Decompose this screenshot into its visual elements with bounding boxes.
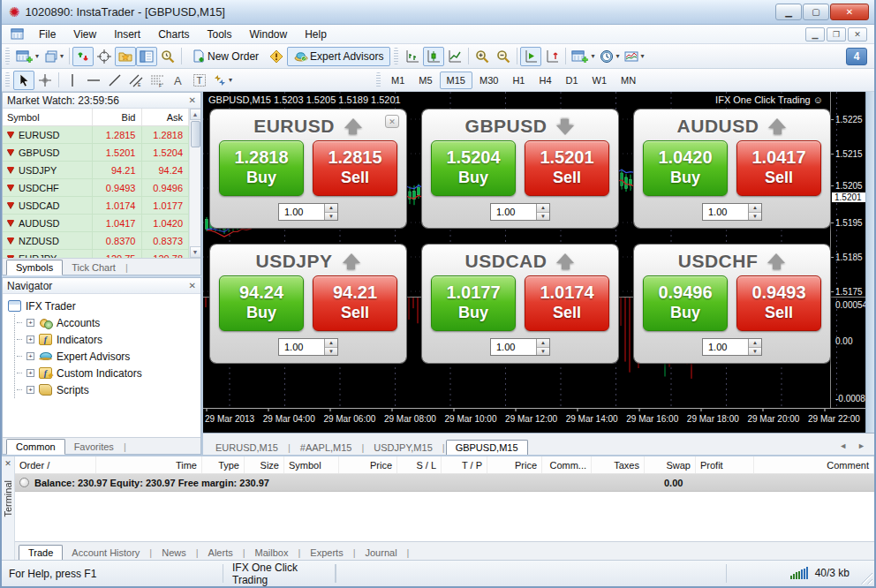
zoom-out-button[interactable] (493, 47, 514, 66)
timeframe-m15[interactable]: M15 (440, 72, 472, 89)
new-order-button[interactable]: New Order (185, 47, 266, 66)
text-tool[interactable] (168, 71, 189, 90)
chart-tab-eurusd[interactable]: EURUSD,M15 (207, 441, 287, 455)
equidistant-channel-tool[interactable] (125, 71, 147, 90)
spin-down-icon[interactable]: ▼ (325, 348, 337, 356)
spin-up-icon[interactable]: ▲ (537, 204, 549, 213)
timeframe-w1[interactable]: W1 (585, 72, 615, 89)
tab-alerts[interactable]: Alerts (200, 546, 242, 560)
spin-down-icon[interactable]: ▼ (749, 348, 761, 356)
zoom-in-button[interactable] (472, 47, 493, 66)
expand-icon[interactable]: + (26, 335, 34, 343)
column-price[interactable]: Price (339, 456, 397, 473)
column-time[interactable]: Time (96, 456, 202, 473)
lot-size-stepper[interactable]: 1.00▲▼ (490, 203, 550, 221)
symbol-row[interactable]: USDCAD1.01741.0177 (3, 197, 189, 215)
toolbar-grip[interactable] (394, 48, 398, 64)
timeframe-m1[interactable]: M1 (384, 72, 412, 89)
chart-tab-gbpusd[interactable]: GBPUSD,M15 (446, 440, 528, 456)
menu-charts[interactable]: Charts (149, 26, 198, 42)
column-symbol[interactable]: Symbol (3, 109, 93, 125)
minimize-button[interactable]: ▁ (775, 4, 802, 20)
new-chart-button[interactable]: ▾ (13, 47, 42, 66)
tab-scroll-left-icon[interactable]: ◄ (839, 441, 847, 450)
profiles-button[interactable]: ▾ (42, 47, 66, 66)
fibonacci-tool[interactable] (147, 71, 168, 90)
timeframe-h1[interactable]: H1 (505, 72, 532, 89)
spin-up-icon[interactable]: ▲ (325, 204, 337, 213)
sell-button[interactable]: 1.5201Sell (525, 140, 609, 196)
market-watch-close-icon[interactable]: ✕ (189, 95, 196, 105)
tab-experts[interactable]: Experts (301, 546, 351, 560)
tab-journal[interactable]: Journal (357, 546, 406, 560)
column-bid[interactable]: Bid (93, 109, 142, 125)
trendline-tool[interactable] (104, 71, 125, 90)
timeframe-h4[interactable]: H4 (532, 72, 558, 89)
tab-news[interactable]: News (153, 546, 195, 560)
tree-item-indicators[interactable]: +fIndicators (17, 331, 200, 348)
tab-account-history[interactable]: Account History (63, 546, 148, 560)
spin-up-icon[interactable]: ▲ (749, 204, 761, 213)
menu-tools[interactable]: Tools (199, 26, 241, 42)
tree-item-custom-indicators[interactable]: +fCustom Indicators (17, 365, 200, 381)
lot-size-stepper[interactable]: 1.00▲▼ (702, 203, 762, 221)
menu-view[interactable]: View (64, 26, 105, 42)
column-profit[interactable]: Profit (696, 456, 754, 473)
maximize-button[interactable]: ▢ (803, 4, 829, 20)
terminal-toggle[interactable] (136, 47, 157, 66)
expand-icon[interactable]: + (26, 386, 34, 394)
lot-size-stepper[interactable]: 1.00▲▼ (278, 203, 338, 221)
market-watch-toggle[interactable] (72, 47, 94, 66)
sell-button[interactable]: 1.0174Sell (525, 275, 609, 331)
tree-item-scripts[interactable]: +Scripts (17, 381, 200, 398)
symbol-row[interactable]: USDJPY94.2194.24 (3, 162, 189, 179)
toolbar-grip[interactable] (376, 72, 381, 88)
menu-window[interactable]: Window (241, 26, 297, 42)
notifications-badge[interactable]: 4 (846, 48, 867, 65)
spin-up-icon[interactable]: ▲ (325, 339, 337, 348)
symbol-row[interactable]: EURJPY120.75120.78 (3, 250, 189, 258)
column-comment[interactable]: Comment (754, 456, 874, 473)
buy-button[interactable]: 94.24Buy (219, 275, 304, 331)
terminal-close-icon[interactable]: ✕ (4, 459, 11, 468)
close-button[interactable]: ✕ (830, 4, 869, 20)
timeframe-d1[interactable]: D1 (559, 72, 585, 89)
spin-down-icon[interactable]: ▼ (749, 213, 761, 221)
sell-button[interactable]: 1.2815Sell (313, 140, 397, 196)
menu-help[interactable]: Help (296, 26, 336, 42)
data-window-button[interactable] (94, 47, 115, 66)
lot-size-stepper[interactable]: 1.00▲▼ (702, 338, 762, 356)
navigator-close-icon[interactable]: ✕ (189, 281, 196, 290)
symbol-row[interactable]: AUDUSD1.04171.0420 (3, 215, 189, 232)
chart-tab-usdjpy[interactable]: USDJPY,M15 (365, 441, 441, 455)
market-watch-scrollbar[interactable]: ▲ ▼ (189, 109, 200, 258)
price-chart[interactable]: GBPUSD,M15 1.5203 1.5205 1.5189 1.5201 I… (203, 92, 865, 433)
chart-shift-toggle[interactable] (541, 47, 563, 66)
spin-down-icon[interactable]: ▼ (537, 348, 549, 356)
spin-up-icon[interactable]: ▲ (537, 339, 549, 348)
tree-item-expert-advisors[interactable]: +Expert Advisors (17, 348, 200, 365)
tab-tick-chart[interactable]: Tick Chart (63, 260, 125, 275)
column-sl[interactable]: S / L (397, 456, 442, 473)
tree-root-ifx-trader[interactable]: IFX Trader (8, 298, 200, 314)
sell-button[interactable]: 1.0417Sell (736, 140, 821, 196)
cursor-tool[interactable] (13, 71, 34, 90)
sell-button[interactable]: 0.9493Sell (736, 275, 821, 331)
buy-button[interactable]: 1.5204Buy (431, 140, 516, 196)
timeframe-m5[interactable]: M5 (412, 72, 439, 89)
arrows-tool[interactable]: ▾ (210, 71, 235, 90)
vertical-line-tool[interactable] (62, 71, 83, 90)
buy-button[interactable]: 1.0420Buy (643, 140, 728, 196)
scroll-thumb[interactable] (191, 121, 200, 147)
scroll-down-icon[interactable]: ▼ (190, 246, 201, 258)
symbol-row[interactable]: NZDUSD0.83700.8373 (3, 232, 189, 250)
text-label-tool[interactable] (189, 71, 210, 90)
bar-chart-button[interactable] (402, 47, 423, 66)
tree-item-accounts[interactable]: +Accounts (17, 314, 200, 331)
column-tp[interactable]: T / P (442, 456, 487, 473)
spin-down-icon[interactable]: ▼ (325, 213, 337, 221)
line-chart-button[interactable] (444, 47, 465, 66)
sell-button[interactable]: 94.21Sell (313, 275, 397, 331)
buy-button[interactable]: 1.2818Buy (219, 140, 304, 196)
column-size[interactable]: Size (245, 456, 284, 473)
